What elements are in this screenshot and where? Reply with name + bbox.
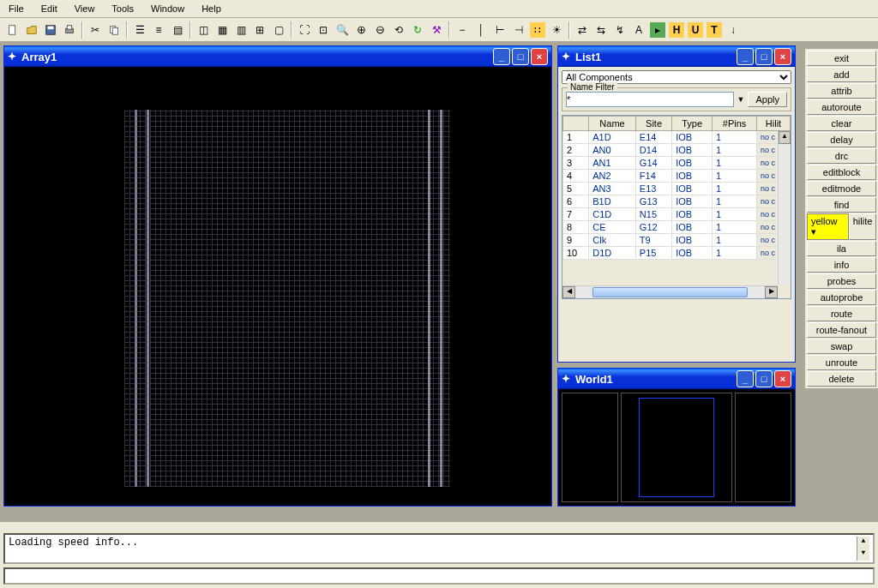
route2-icon[interactable]: ⇆ <box>592 21 610 39</box>
cmd-delete[interactable]: delete <box>807 371 876 387</box>
cmd-unroute[interactable]: unroute <box>807 355 876 370</box>
table-row[interactable]: 10D1DP15IOB1no c <box>563 247 791 260</box>
cmd-route[interactable]: route <box>807 306 876 321</box>
scroll-left-icon[interactable]: ◀ <box>562 286 575 298</box>
table-row[interactable]: 3AN1G14IOB1no c <box>563 157 791 170</box>
zoom-fit-icon[interactable]: ⛶ <box>296 21 313 39</box>
sun-icon[interactable]: ☀ <box>548 21 565 39</box>
cmd-autoroute[interactable]: autoroute <box>807 99 876 115</box>
table-row[interactable]: 8CEG12IOB1no c <box>563 221 791 234</box>
cmd-add[interactable]: add <box>807 67 876 82</box>
dropdown-icon[interactable]: ▼ <box>737 95 745 104</box>
cut-icon[interactable]: ✂ <box>87 21 104 39</box>
layout3-icon[interactable]: ▥ <box>232 21 250 39</box>
list-icon[interactable]: ☰ <box>131 21 148 39</box>
vline-icon[interactable]: │ <box>472 21 490 39</box>
cmd-probes[interactable]: probes <box>807 273 876 289</box>
col-hilite[interactable]: Hilit <box>757 117 791 131</box>
refresh-icon[interactable]: ↻ <box>409 21 426 39</box>
world-viewport[interactable] <box>639 398 714 497</box>
table-row[interactable]: 9ClkT9IOB1no c <box>563 234 791 247</box>
close-icon[interactable]: × <box>531 48 548 65</box>
scroll-up-icon[interactable]: ▲ <box>779 131 791 144</box>
flag-icon[interactable]: ▸ <box>649 21 666 39</box>
props-icon[interactable]: ▤ <box>169 21 186 39</box>
col-type[interactable]: Type <box>672 117 713 131</box>
color-select[interactable]: yellow ▾ <box>807 213 849 240</box>
name-filter-input[interactable] <box>566 92 734 107</box>
print-icon[interactable] <box>61 21 78 39</box>
snap1-icon[interactable]: ⊢ <box>491 21 508 39</box>
minimize-icon[interactable]: _ <box>737 48 754 65</box>
table-row[interactable]: 4AN2F14IOB1no c <box>563 170 791 183</box>
close-icon[interactable]: × <box>774 48 791 65</box>
tool-icon[interactable]: ⚒ <box>428 21 445 39</box>
save-icon[interactable] <box>42 21 59 39</box>
cmd-route-fanout[interactable]: route-fanout <box>807 322 876 338</box>
table-scrollbar-v[interactable]: ▲ <box>778 131 791 285</box>
table-row[interactable]: 5AN3E13IOB1no c <box>563 183 791 195</box>
cmd-attrib[interactable]: attrib <box>807 83 876 99</box>
list-titlebar[interactable]: ✦ List1 _ □ × <box>558 46 795 67</box>
route1-icon[interactable]: ⇄ <box>574 21 591 39</box>
u-icon[interactable]: U <box>687 21 704 39</box>
snap2-icon[interactable]: ⊣ <box>510 21 527 39</box>
cmd-hilite[interactable]: hilite <box>849 213 876 240</box>
scroll-thumb[interactable] <box>592 287 748 297</box>
cmd-editmode[interactable]: editmode <box>807 181 876 196</box>
menu-edit[interactable]: Edit <box>33 2 66 15</box>
zoom-in-icon[interactable]: 🔍 <box>334 21 351 39</box>
down-icon[interactable]: ↓ <box>725 21 742 39</box>
text-icon[interactable]: A <box>630 21 647 39</box>
list2-icon[interactable]: ≡ <box>150 21 167 39</box>
layout4-icon[interactable]: ⊞ <box>251 21 268 39</box>
world-pane-right[interactable] <box>735 393 791 502</box>
menu-window[interactable]: Window <box>142 2 193 15</box>
t-icon[interactable]: T <box>706 21 723 39</box>
cmd-clear[interactable]: clear <box>807 116 876 131</box>
cmd-editblock[interactable]: editblock <box>807 165 876 180</box>
h-icon[interactable]: H <box>668 21 685 39</box>
menu-view[interactable]: View <box>66 2 104 15</box>
copy-icon[interactable] <box>105 21 123 39</box>
col-pins[interactable]: #Pins <box>713 117 757 131</box>
col-site[interactable]: Site <box>635 117 671 131</box>
cmd-exit[interactable]: exit <box>807 51 876 66</box>
cmd-info[interactable]: info <box>807 257 876 273</box>
world-pane-center[interactable] <box>621 393 732 502</box>
minimize-icon[interactable]: _ <box>737 370 754 387</box>
array-titlebar[interactable]: ✦ Array1 _ □ × <box>4 46 551 67</box>
command-line-input[interactable] <box>3 567 875 585</box>
route3-icon[interactable]: ↯ <box>611 21 628 39</box>
new-icon[interactable] <box>4 21 21 39</box>
cmd-autoprobe[interactable]: autoprobe <box>807 290 876 305</box>
cmd-ila[interactable]: ila <box>807 241 876 256</box>
menu-tools[interactable]: Tools <box>103 2 142 15</box>
open-icon[interactable] <box>23 21 40 39</box>
maximize-icon[interactable]: □ <box>755 370 773 387</box>
cmd-swap[interactable]: swap <box>807 339 876 354</box>
table-row[interactable]: 7C1DN15IOB1no c <box>563 208 791 221</box>
hline-icon[interactable]: − <box>454 21 471 39</box>
zoom-sel-icon[interactable]: ⊡ <box>315 21 332 39</box>
close-icon[interactable]: × <box>774 370 791 387</box>
maximize-icon[interactable]: □ <box>755 48 773 65</box>
zoom-minus-icon[interactable]: ⊖ <box>371 21 388 39</box>
layout5-icon[interactable]: ▢ <box>270 21 287 39</box>
cmd-drc[interactable]: drc <box>807 148 876 164</box>
scroll-right-icon[interactable]: ▶ <box>765 286 778 298</box>
menu-file[interactable]: File <box>0 2 33 15</box>
apply-button[interactable]: Apply <box>748 92 787 107</box>
world-canvas[interactable] <box>558 389 795 506</box>
cmd-find[interactable]: find <box>807 197 876 213</box>
log-scrollbar[interactable]: ▲▼ <box>857 537 869 561</box>
minimize-icon[interactable]: _ <box>493 48 510 65</box>
layout1-icon[interactable]: ◫ <box>195 21 212 39</box>
table-row[interactable]: 6B1DG13IOB1no c <box>563 195 791 208</box>
menu-help[interactable]: Help <box>193 2 230 15</box>
layout2-icon[interactable]: ▦ <box>213 21 231 39</box>
table-row[interactable]: 1A1DE14IOB1no c <box>563 131 791 144</box>
table-row[interactable]: 2AN0D14IOB1no c <box>563 144 791 157</box>
array-canvas[interactable] <box>4 67 551 506</box>
grid-icon[interactable]: ∷ <box>529 21 546 39</box>
